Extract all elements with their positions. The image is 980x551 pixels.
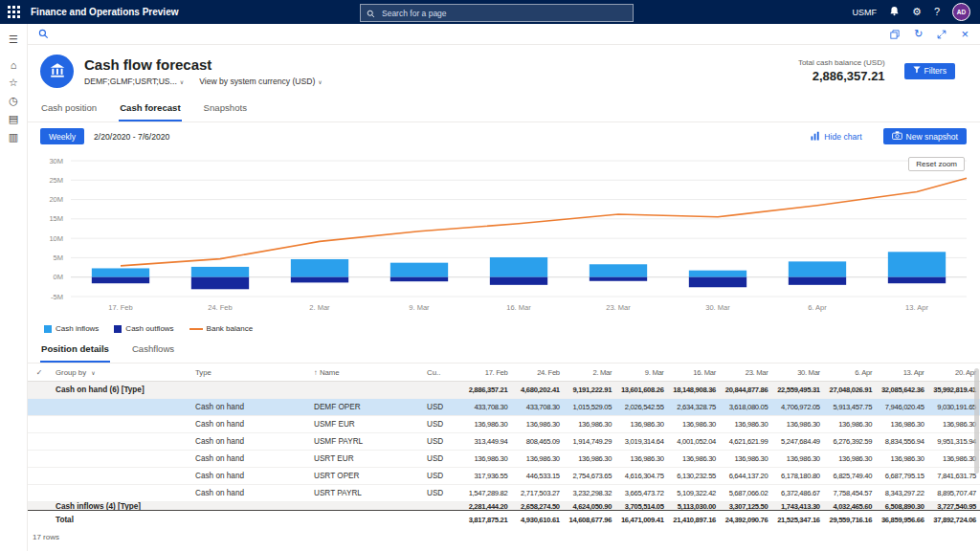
cell-type: Cash on hand: [191, 489, 310, 497]
table-row[interactable]: Cash on handDEMF OPERUSD433,708.30433,70…: [27, 399, 980, 416]
chart-legend: Cash inflowsCash outflowsBank balance: [44, 324, 253, 333]
column-header-20-apr[interactable]: 20. Apr: [928, 368, 980, 377]
open-in-new-window-icon[interactable]: [890, 26, 900, 43]
app-window: Finance and Operations Preview USMF ⚙ ? …: [0, 0, 980, 551]
group-row[interactable]: Cash on hand (6) [Type]2,886,357.214,680…: [27, 382, 980, 399]
cell-value: 8,895,707.47: [928, 489, 980, 497]
close-icon[interactable]: ×: [961, 28, 969, 40]
table-row[interactable]: Cash on handUSMF EURUSD136,986.30136,986…: [27, 416, 980, 433]
column-header-30-mar[interactable]: 30. Mar: [771, 368, 823, 377]
cell-currency: USD: [423, 420, 459, 429]
tab-snapshots[interactable]: Snapshots: [203, 99, 248, 121]
cell-value: 4,001,052.04: [668, 437, 720, 446]
svg-text:25M: 25M: [49, 176, 63, 185]
cell-value: 20,844,877.86: [720, 386, 771, 394]
svg-text:0M: 0M: [54, 273, 63, 281]
row-count: 17 rows: [27, 529, 980, 541]
new-snapshot-button[interactable]: New snapshot: [883, 128, 967, 144]
cell-currency: USD: [423, 454, 459, 463]
svg-text:2. Mar: 2. Mar: [309, 303, 330, 312]
group-row[interactable]: Cash inflows (4) [Type]2,281,444.202,658…: [27, 502, 980, 510]
notifications-icon[interactable]: [889, 6, 900, 18]
svg-text:30M: 30M: [49, 157, 63, 165]
hide-chart-link[interactable]: Hide chart: [805, 130, 867, 143]
command-bar: ↻ ×: [27, 24, 980, 45]
total-value: 14,608,677.96: [564, 516, 615, 524]
sidebar-item-favorites-icon[interactable]: ☆: [0, 74, 27, 92]
settings-gear-icon[interactable]: ⚙: [912, 7, 922, 17]
chart-toolbar-right: Hide chart New snapshot: [805, 128, 967, 144]
legend-line-swatch: [189, 328, 203, 330]
sidebar-item-modules-icon[interactable]: ▤: [0, 110, 27, 128]
expand-icon[interactable]: [937, 26, 947, 43]
waffle-grid: [8, 6, 20, 18]
global-search-box[interactable]: [360, 4, 634, 22]
group-label: Cash inflows (4) [Type]: [52, 502, 191, 510]
svg-text:24. Feb: 24. Feb: [208, 303, 232, 312]
weekly-button[interactable]: Weekly: [40, 128, 84, 144]
sidebar-item-home-icon[interactable]: ⌂: [0, 55, 27, 74]
total-value: 29,559,716.16: [824, 516, 876, 524]
column-header-type[interactable]: Type: [191, 368, 310, 377]
column-header-16-mar[interactable]: 16. Mar: [668, 368, 720, 377]
cell-value: 5,113,030.00: [668, 502, 720, 510]
tab-position-details[interactable]: Position details: [40, 341, 110, 363]
total-value: 4,930,610.61: [511, 516, 563, 524]
cell-type: Cash on hand: [191, 437, 310, 446]
column-header-2-mar[interactable]: 2. Mar: [564, 368, 615, 377]
global-search-input[interactable]: [380, 8, 627, 19]
cell-value: 6,178,180.80: [771, 472, 823, 480]
table-body: Cash on hand (6) [Type]2,886,357.214,680…: [27, 382, 980, 510]
cell-value: 5,109,322.42: [668, 489, 720, 497]
cell-value: 433,708.30: [459, 403, 511, 411]
select-all-checkbox[interactable]: ✓: [27, 368, 52, 377]
user-avatar[interactable]: AD: [952, 3, 970, 21]
cell-value: 32,085,642.36: [876, 386, 927, 394]
tab-cash-position[interactable]: Cash position: [40, 99, 98, 121]
table-row[interactable]: Cash on handUSRT PAYRLUSD1,547,289.822,7…: [27, 485, 980, 502]
cell-value: 13,601,608.26: [615, 386, 667, 394]
sidebar-item-recent-icon[interactable]: ◷: [0, 92, 27, 110]
cell-value: 136,986.30: [615, 454, 667, 463]
column-header-group-by[interactable]: Group by ∨: [52, 368, 191, 377]
filters-button[interactable]: Filters: [904, 63, 955, 79]
view-by-selector[interactable]: View by system currency (USD)∨: [199, 77, 323, 86]
chart-toolbar: Weekly 2/20/2020 - 7/6/2020 Hide chart N…: [27, 125, 980, 147]
column-header-23-mar[interactable]: 23. Mar: [720, 368, 771, 377]
table-row[interactable]: Cash on handUSRT OPERUSD317,936.55446,53…: [27, 468, 980, 485]
cell-value: 5,247,684.49: [771, 437, 823, 446]
column-header-24-feb[interactable]: 24. Feb: [511, 368, 563, 377]
sidebar-item-workspaces-icon[interactable]: ▥: [0, 128, 27, 146]
help-icon[interactable]: ?: [934, 7, 940, 17]
column-header-13-apr[interactable]: 13. Apr: [876, 368, 927, 377]
cell-value: 6,276,392.59: [824, 437, 876, 446]
column-header-name[interactable]: ↑Name: [310, 368, 423, 377]
table-scrollbar[interactable]: [974, 368, 979, 474]
tab-cashflows[interactable]: Cashflows: [131, 341, 175, 363]
column-header-17-feb[interactable]: 17. Feb: [459, 368, 511, 377]
group-label: Cash on hand (6) [Type]: [52, 386, 191, 394]
cell-value: 27,048,026.91: [824, 386, 876, 394]
chevron-down-icon: ∨: [91, 370, 95, 376]
tab-cash-forecast[interactable]: Cash forecast: [119, 99, 181, 121]
reset-zoom-button[interactable]: Reset zoom: [908, 157, 965, 171]
cell-value: 136,986.30: [564, 454, 615, 463]
scope-selector[interactable]: DEMF;GLMF;USRT;US...∨: [84, 77, 184, 86]
cell-value: 808,465.09: [511, 437, 563, 446]
company-picker[interactable]: USMF: [853, 8, 878, 17]
cell-value: 3,705,514.05: [615, 502, 667, 510]
cell-value: 2,886,357.21: [459, 386, 511, 394]
app-title: Finance and Operations Preview: [31, 7, 179, 17]
column-header-6-apr[interactable]: 6. Apr: [824, 368, 876, 377]
column-header-9-mar[interactable]: 9. Mar: [615, 368, 667, 377]
waffle-menu-icon[interactable]: [0, 0, 27, 24]
table-row[interactable]: Cash on handUSRT EURUSD136,986.30136,986…: [27, 451, 980, 468]
refresh-icon[interactable]: ↻: [914, 29, 923, 39]
column-header-cu-[interactable]: Cu..: [423, 368, 459, 377]
table-row[interactable]: Cash on handUSMF PAYRLUSD313,449.94808,4…: [27, 433, 980, 451]
cell-currency: USD: [423, 489, 459, 497]
cell-value: 446,533.15: [511, 472, 563, 480]
page-search-icon[interactable]: [38, 26, 49, 43]
legend-item-cash-outflows: Cash outflows: [114, 324, 173, 333]
sidebar-item-hamburger-menu-icon[interactable]: ☰: [0, 31, 27, 49]
